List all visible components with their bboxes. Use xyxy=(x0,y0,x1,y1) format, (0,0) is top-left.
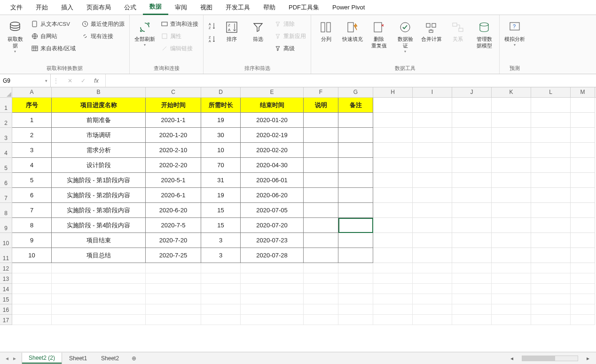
advanced-filter-button[interactable]: 高级 xyxy=(272,43,308,54)
cell-F10[interactable] xyxy=(304,233,338,248)
cell-L17[interactable] xyxy=(531,315,571,325)
cell-D16[interactable] xyxy=(201,304,241,315)
manage-data-model-button[interactable]: 管理数 据模型 xyxy=(472,19,496,50)
cell-I10[interactable] xyxy=(413,233,452,248)
cell-E5[interactable]: 2020-04-30 xyxy=(241,158,304,173)
cell-K6[interactable] xyxy=(492,173,531,188)
cell-B9[interactable]: 实施阶段 - 第4阶段内容 xyxy=(52,218,146,233)
cell-B15[interactable] xyxy=(52,294,146,304)
row-header-16[interactable]: 16 xyxy=(0,304,12,315)
cell-I4[interactable] xyxy=(413,143,452,158)
cell-F3[interactable] xyxy=(304,128,338,143)
cell-G14[interactable] xyxy=(338,284,373,294)
cell-A17[interactable] xyxy=(12,315,52,325)
cell-I11[interactable] xyxy=(413,248,452,263)
menu-公式[interactable]: 公式 xyxy=(118,0,143,15)
remove-duplicates-button[interactable]: 删除 重复值 xyxy=(367,19,391,50)
cell-C7[interactable]: 2020-6-1 xyxy=(146,188,201,203)
cell-M17[interactable] xyxy=(571,315,595,325)
cell-F16[interactable] xyxy=(304,304,338,315)
cell-A5[interactable]: 4 xyxy=(12,158,52,173)
cell-E10[interactable]: 2020-07-23 xyxy=(241,233,304,248)
cell-G10[interactable] xyxy=(338,233,373,248)
cell-A8[interactable]: 7 xyxy=(12,203,52,218)
sort-button[interactable]: ZA 排序 xyxy=(220,19,244,44)
formula-input-wrap[interactable] xyxy=(105,74,596,87)
cell-H11[interactable] xyxy=(373,248,413,263)
cell-F17[interactable] xyxy=(304,315,338,325)
cell-J10[interactable] xyxy=(452,233,492,248)
cell-C3[interactable]: 2020-1-20 xyxy=(146,128,201,143)
cell-G12[interactable] xyxy=(338,263,373,273)
menu-页面布局[interactable]: 页面布局 xyxy=(80,0,118,15)
cell-E8[interactable]: 2020-07-05 xyxy=(241,203,304,218)
row-header-7[interactable]: 7 xyxy=(0,188,12,203)
menu-文件[interactable]: 文件 xyxy=(4,0,29,15)
cell-J2[interactable] xyxy=(452,113,492,128)
cell-M12[interactable] xyxy=(571,263,595,273)
tab-nav-next[interactable]: ▸ xyxy=(11,355,18,362)
cell-G9[interactable] xyxy=(338,218,373,233)
cell-K9[interactable] xyxy=(492,218,531,233)
cell-J1[interactable] xyxy=(452,98,492,113)
spreadsheet-grid[interactable]: ABCDEFGHIJKLM 1序号项目进度名称开始时间所需时长结束时间说明备注2… xyxy=(0,87,596,352)
cell-H9[interactable] xyxy=(373,218,413,233)
cell-F8[interactable] xyxy=(304,203,338,218)
add-sheet-button[interactable]: ⊕ xyxy=(129,353,139,364)
scroll-thumb[interactable] xyxy=(522,356,555,361)
col-header-D[interactable]: D xyxy=(201,87,241,97)
row-header-6[interactable]: 6 xyxy=(0,173,12,188)
cell-E2[interactable]: 2020-01-20 xyxy=(241,113,304,128)
data-validation-button[interactable]: 数据验 证▾ xyxy=(393,19,417,55)
cell-E4[interactable]: 2020-02-20 xyxy=(241,143,304,158)
cell-J8[interactable] xyxy=(452,203,492,218)
cell-E13[interactable] xyxy=(241,273,304,284)
col-header-H[interactable]: H xyxy=(373,87,413,97)
cell-E9[interactable]: 2020-07-20 xyxy=(241,218,304,233)
cell-I16[interactable] xyxy=(413,304,452,315)
cell-I7[interactable] xyxy=(413,188,452,203)
cell-I12[interactable] xyxy=(413,263,452,273)
cell-F2[interactable] xyxy=(304,113,338,128)
cell-D12[interactable] xyxy=(201,263,241,273)
fx-icon[interactable]: fx xyxy=(92,77,101,84)
cell-I5[interactable] xyxy=(413,158,452,173)
cell-F4[interactable] xyxy=(304,143,338,158)
cell-M6[interactable] xyxy=(571,173,595,188)
cell-F14[interactable] xyxy=(304,284,338,294)
scroll-right-icon[interactable]: ▸ xyxy=(585,355,591,362)
cell-F13[interactable] xyxy=(304,273,338,284)
row-header-11[interactable]: 11 xyxy=(0,248,12,263)
cell-D7[interactable]: 19 xyxy=(201,188,241,203)
col-header-I[interactable]: I xyxy=(413,87,452,97)
get-data-button[interactable]: 获取数 据 ▾ xyxy=(3,19,27,55)
cell-K10[interactable] xyxy=(492,233,531,248)
cell-B5[interactable]: 设计阶段 xyxy=(52,158,146,173)
cell-M8[interactable] xyxy=(571,203,595,218)
cell-C9[interactable]: 2020-7-5 xyxy=(146,218,201,233)
cell-M14[interactable] xyxy=(571,284,595,294)
cell-H4[interactable] xyxy=(373,143,413,158)
cell-M3[interactable] xyxy=(571,128,595,143)
cell-B4[interactable]: 需求分析 xyxy=(52,143,146,158)
col-header-M[interactable]: M xyxy=(571,87,595,97)
cell-C13[interactable] xyxy=(146,273,201,284)
cell-C2[interactable]: 2020-1-1 xyxy=(146,113,201,128)
name-box-input[interactable] xyxy=(3,77,40,84)
cell-I17[interactable] xyxy=(413,315,452,325)
cell-I13[interactable] xyxy=(413,273,452,284)
cell-H8[interactable] xyxy=(373,203,413,218)
cell-E7[interactable]: 2020-06-20 xyxy=(241,188,304,203)
cell-G4[interactable] xyxy=(338,143,373,158)
row-header-12[interactable]: 12 xyxy=(0,263,12,273)
cell-A15[interactable] xyxy=(12,294,52,304)
cell-L4[interactable] xyxy=(531,143,571,158)
col-header-J[interactable]: J xyxy=(452,87,492,97)
cell-C10[interactable]: 2020-7-20 xyxy=(146,233,201,248)
col-header-B[interactable]: B xyxy=(52,87,146,97)
cell-H1[interactable] xyxy=(373,98,413,113)
cell-H2[interactable] xyxy=(373,113,413,128)
what-if-button[interactable]: ?模拟分析▾ xyxy=(502,19,527,48)
cell-L7[interactable] xyxy=(531,188,571,203)
cell-B3[interactable]: 市场调研 xyxy=(52,128,146,143)
